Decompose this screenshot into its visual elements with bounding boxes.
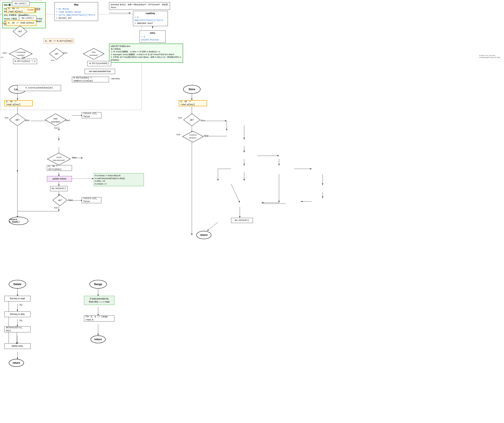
- readonly-title: readOnly: [134, 12, 166, 15]
- range-for-box: for k, e := range read.m: [84, 315, 114, 322]
- svg-text:ok?: ok?: [55, 53, 59, 55]
- amended-note-box: amended: 标志位，如果一些key在dirty中，但不在read中，则设置…: [109, 2, 170, 10]
- store-ok-true-label: true: [178, 117, 182, 119]
- load-combined-diamond-wrap: !ok && read.amended?: [47, 153, 71, 166]
- store-store-locked-box: e.storeLocked(&value): [18, 85, 61, 91]
- store-label: Store: [189, 88, 195, 91]
- load-sidenote-box: if m.misses >= len(m.dirty) dom.read.Sto…: [94, 173, 144, 186]
- store-dirty-set-e-box: m.dirty[key] = e: [13, 59, 37, 64]
- store-new-entry-label: new entry: [111, 77, 120, 80]
- svg-text:e.tryStore: e.tryStore: [189, 134, 197, 136]
- load-dirty-key-box: e, ok = dirty[key]: [47, 165, 72, 171]
- map-box: Map • mu Mutex • read atomic.Value • dir…: [54, 2, 98, 21]
- delete-dirty-key-box: delete(dirty, key): [4, 326, 30, 332]
- store-dirty-key-text: e, ok := m.dirty[key]: [45, 40, 72, 42]
- svg-text:ok?: ok?: [190, 118, 194, 121]
- load-amended-true-label: true: [54, 127, 58, 129]
- store-dirty-set-e-text: m.dirty[key] = e: [15, 60, 36, 63]
- load-return-nil-box: return nil, false: [82, 112, 101, 118]
- store-dirty-locked-box: m.dirtyLocked(): [87, 61, 111, 66]
- load-amended-diamond-wrap: read. amended?: [45, 113, 66, 127]
- delete-find-dirty-text: find key in dirty: [10, 313, 25, 316]
- store-unexpunge-true-label: true: [22, 56, 25, 58]
- store-new-entry-box: m.dirty[key] = newEntry(value): [72, 77, 109, 82]
- delete-arrow-down: [17, 332, 17, 343]
- store-double-check-row: e, ok := read.m[key] double check: [1, 22, 140, 24]
- svg-text:(&value)?: (&value)?: [189, 137, 197, 139]
- entry-title: entry: [141, 32, 164, 35]
- store-dirty-ok-false-label: false: [63, 52, 67, 54]
- load-combined-diamond: !ok && read.amended?: [47, 153, 71, 165]
- map-dirty: • dirty map[interface{}]*entry: [56, 14, 96, 17]
- load-return-nil2-box: return nil, false: [82, 197, 101, 203]
- entry-p: + p unsafe.Pointer: [141, 35, 164, 41]
- delete-label: Delete: [13, 283, 21, 286]
- store-new-entry-text: m.dirty[key] = newEntry(value): [73, 76, 108, 82]
- store-trystore-false-label: false: [204, 135, 208, 137]
- load-step1-text: e, ok := read.m[key]: [6, 100, 31, 106]
- load-ok-diamond-wrap: ok?: [9, 113, 26, 127]
- delete-entry-text: delete entry: [12, 345, 23, 348]
- svg-marker-75: [9, 48, 32, 59]
- range-return-oval: return: [90, 335, 106, 343]
- delete-oval: Delete: [9, 280, 26, 289]
- store-dirty-ok-diamond: ok?: [49, 48, 64, 60]
- svg-text:amended?: amended?: [90, 54, 98, 56]
- load-return-eload-oval: return e.load(): [9, 217, 28, 225]
- p-desc-title: p指向用户存储的value: [111, 45, 181, 48]
- load-ok2-false-label: false: [68, 199, 73, 201]
- store-return-text: return: [200, 234, 208, 236]
- load-combined-false-label: false: [72, 156, 77, 159]
- store-return-oval: return: [196, 231, 211, 239]
- store-ok-false-label: false: [201, 119, 205, 122]
- store-set-amended-box: set read.amended true: [84, 69, 115, 74]
- load-return-nil2-text: return nil, false: [83, 197, 100, 203]
- range-flush-text: if read.amended doflush dirty ——> read: [89, 297, 109, 303]
- map-mu: • mu Mutex: [56, 8, 96, 11]
- load-return-nil-text: return nil, false: [83, 112, 100, 118]
- p-desc-subtitle: 有三种情况:: [111, 48, 181, 51]
- p-desc-box: p指向用户存储的value 有三种情况: 1. nil: entry已被删除，m…: [109, 44, 183, 63]
- load-step1: e, ok := read.m[key]: [4, 100, 33, 106]
- delete-no2-label: No: [20, 319, 23, 322]
- svg-marker-80: [83, 48, 104, 59]
- load-return-eload-text: return e.load(): [9, 218, 28, 223]
- p-desc-1: 1. nil: entry已被删除，m dirty == nil 或者 m di…: [111, 50, 181, 53]
- entry-box: entry + p unsafe.Pointer: [139, 30, 166, 43]
- p-desc-3: 3. 正常值: 这个entry被记录在m read m[key]，如果 m di…: [111, 56, 181, 61]
- svg-line-47: [207, 222, 218, 231]
- load-double-check-row: e, ok := read.m[key] double check: [1, 7, 40, 13]
- load-double-check-label: double check: [27, 9, 40, 11]
- range-label: Range: [94, 283, 102, 286]
- range-for-text: for k, e := range read.m: [85, 315, 113, 322]
- p-desc-2: 2. expunged: entry已被删除，m dirty is nil 且 …: [111, 53, 181, 56]
- map-title: Map: [56, 3, 96, 6]
- svg-text:!ok &&: !ok &&: [56, 156, 61, 158]
- svg-line-37: [231, 184, 240, 203]
- store-step1: e, ok := read.m[key]: [179, 100, 207, 106]
- store-dirty-locked-text: m.dirtyLocked(): [89, 62, 109, 65]
- load-sidenote-text: if m.misses >= len(m.dirty) dom.read.Sto…: [95, 175, 125, 185]
- store-read-amended-diamond: !read. amended?: [83, 48, 105, 60]
- load-ok2-diamond: ok?: [52, 194, 68, 206]
- store-set-amended-text: set read.amended true: [89, 70, 111, 73]
- diagram-container: mu: 锁 read: 存储的是readOnly，支持并发读安全，加锁、写的时候…: [0, 0, 504, 423]
- store-unexpunge-false-label: false: [3, 52, 7, 54]
- delete-entry-box: delete entry: [4, 343, 30, 349]
- load-ok-false-label: false: [25, 119, 30, 122]
- store-trystore-diamond: e.tryStore (&value)?: [182, 131, 204, 143]
- delete-dirty-key-text: delete(dirty, key): [6, 326, 29, 332]
- svg-text:e.unexpunge: e.unexpunge: [16, 51, 26, 53]
- svg-text:Locked()?: Locked()?: [17, 54, 25, 56]
- svg-text:!read.: !read.: [91, 51, 96, 53]
- store-double-check-box: e, ok := read.m[key]: [6, 20, 36, 26]
- load-ok-diamond: ok?: [9, 113, 26, 126]
- store-dirty-nil-note: if dirty is nil, put read unexpunged ent…: [479, 54, 503, 58]
- range-oval: Range: [89, 280, 107, 289]
- store-oval: Store: [183, 85, 201, 94]
- svg-text:amended?: amended?: [51, 121, 60, 123]
- delete-arrow-down-head: [16, 343, 18, 344]
- store-dirty-ok-true-label: true: [51, 59, 54, 61]
- svg-text:ok?: ok?: [15, 118, 19, 121]
- store-inner-ok-diamond: ok?: [12, 25, 28, 38]
